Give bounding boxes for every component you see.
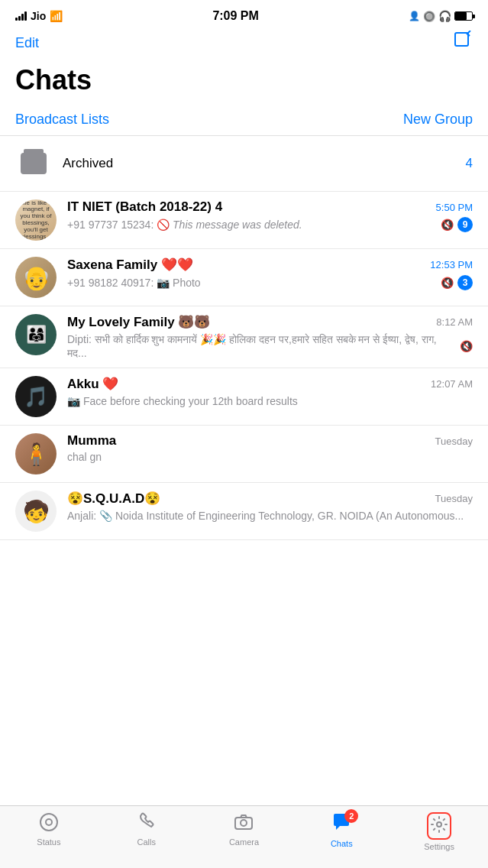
list-item[interactable]: 👨‍👩‍👧 My Lovely Family 🐻🐻 8:12 AM Dipti:… [0,306,488,368]
chat-bottom: +91 97737 15234: 🚫 This message was dele… [67,217,473,232]
status-bar: Jio 📶 7:09 PM 👤 🔘 🎧 [0,0,488,28]
archived-count: 4 [466,156,473,171]
compose-icon [453,31,473,50]
unread-badge: 9 [457,217,473,232]
chat-top: Akku ❤️ 12:07 AM [67,376,473,392]
archive-icon [15,145,52,182]
chat-time: 8:12 AM [436,316,473,328]
chat-time: 5:50 PM [436,202,473,213]
tab-camera[interactable]: Camera [196,812,293,847]
chat-list: Archived 4 Life is like a magnet, if you… [0,136,488,540]
chat-time: Tuesday [435,436,473,447]
status-icon-wrap [39,812,59,835]
chat-bottom: Dipti: सभी को हार्दिक शुभ कामनायें 🎉🎉 हो… [67,332,473,360]
status-time: 7:09 PM [212,9,258,23]
chat-name: 😵S.Q.U.A.D😵 [67,491,160,507]
avatar: 👴 [15,257,57,298]
list-item[interactable]: 🎵 Akku ❤️ 12:07 AM 📷 Face before checkin… [0,368,488,426]
chat-preview: Dipti: सभी को हार्दिक शुभ कामनायें 🎉🎉 हो… [67,332,455,360]
tab-calls-label: Calls [137,837,155,847]
chat-top: 😵S.Q.U.A.D😵 Tuesday [67,491,473,507]
chat-top: My Lovely Family 🐻🐻 8:12 AM [67,314,473,330]
tab-chats-label: Chats [331,839,353,848]
broadcast-lists-button[interactable]: Broadcast Lists [15,112,109,128]
settings-icon-wrap [427,812,451,840]
signal-bars [15,11,27,21]
camera-icon [234,812,254,832]
svg-point-7 [437,822,441,827]
status-icon [39,812,59,832]
mute-icon: 🔇 [460,340,473,352]
chat-name: Mumma [67,433,116,449]
svg-point-3 [40,814,57,831]
avatar: 👨‍👩‍👧 [15,314,57,355]
chat-name: IT NIET (Batch 2018-22) 4 [67,199,222,215]
tab-bar: Status Calls Camera 2 Chats [0,805,488,868]
unread-badge: 3 [457,275,473,290]
chats-badge: 2 [344,809,358,823]
calls-icon [137,812,157,832]
chat-time: Tuesday [435,493,473,504]
chat-bottom: 📷 Face before checking your 12th board r… [67,394,473,408]
chat-preview: 📷 Face before checking your 12th board r… [67,394,468,408]
chat-preview: +91 98182 40917: 📷 Photo [67,277,357,289]
chat-meta: 🔇 3 [441,275,473,290]
avatar: Life is like a magnet, if you think of b… [15,199,57,241]
archived-label: Archived [63,156,466,171]
circle-icon: 🔘 [423,11,435,22]
chat-preview: +91 97737 15234: 🚫 This message was dele… [67,219,357,231]
chat-top: IT NIET (Batch 2018-22) 4 5:50 PM [67,199,473,215]
battery-icon [454,11,473,21]
compose-button[interactable] [453,31,473,55]
avatar: 🎵 [15,376,57,417]
svg-rect-0 [455,33,468,46]
headphone-icon: 🎧 [438,10,451,22]
tab-settings[interactable]: Settings [390,812,488,851]
chat-preview: chal gn [67,451,357,463]
archived-row[interactable]: Archived 4 [0,136,488,192]
chat-preview: Anjali: 📎 Noida Institute of Engineering… [67,509,468,523]
chat-meta: 🔇 9 [441,217,473,232]
svg-point-6 [241,820,247,826]
tab-status[interactable]: Status [0,812,98,847]
main-content: Jio 📶 7:09 PM 👤 🔘 🎧 Edit Chats Broadc [0,0,488,603]
tab-status-label: Status [37,837,60,847]
list-item[interactable]: Life is like a magnet, if you think of b… [0,192,488,249]
tab-chats[interactable]: 2 Chats [292,812,390,848]
mute-icon: 🔇 [441,219,454,231]
svg-point-4 [46,819,52,825]
chat-content: IT NIET (Batch 2018-22) 4 5:50 PM +91 97… [67,199,473,232]
wifi-icon: 📶 [50,10,63,22]
calls-icon-wrap [137,812,157,835]
chat-time: 12:53 PM [430,259,473,270]
chat-bottom: +91 98182 40917: 📷 Photo 🔇 3 [67,275,473,290]
list-item[interactable]: 🧒 😵S.Q.U.A.D😵 Tuesday Anjali: 📎 Noida In… [0,483,488,540]
settings-icon [430,815,448,834]
person-icon: 👤 [409,11,420,21]
list-item[interactable]: 👴 Saxena Family ❤️❤️ 12:53 PM +91 98182 … [0,249,488,306]
chat-bottom: Anjali: 📎 Noida Institute of Engineering… [67,509,473,523]
new-group-button[interactable]: New Group [403,112,473,128]
tab-settings-label: Settings [424,842,454,851]
avatar: 🧍 [15,433,57,474]
camera-icon-wrap [234,812,254,835]
chat-content: Mumma Tuesday chal gn [67,433,473,463]
chat-name: My Lovely Family 🐻🐻 [67,314,211,330]
carrier: Jio [31,10,46,22]
list-item[interactable]: 🧍 Mumma Tuesday chal gn [0,426,488,483]
chats-icon-wrap: 2 [331,812,352,837]
edit-button[interactable]: Edit [15,35,39,51]
mute-icon: 🔇 [441,277,454,289]
avatar: 🧒 [15,491,57,532]
tab-calls[interactable]: Calls [98,812,196,847]
page-title-section: Chats [0,61,488,104]
chat-content: 😵S.Q.U.A.D😵 Tuesday Anjali: 📎 Noida Inst… [67,491,473,523]
chat-content: Akku ❤️ 12:07 AM 📷 Face before checking … [67,376,473,408]
status-left: Jio 📶 [15,10,63,22]
tab-camera-label: Camera [229,837,259,847]
page-title: Chats [15,64,473,96]
chat-meta: 🔇 [460,340,473,352]
chat-bottom: chal gn [67,451,473,463]
chat-name: Saxena Family ❤️❤️ [67,257,193,273]
chat-name: Akku ❤️ [67,376,118,392]
